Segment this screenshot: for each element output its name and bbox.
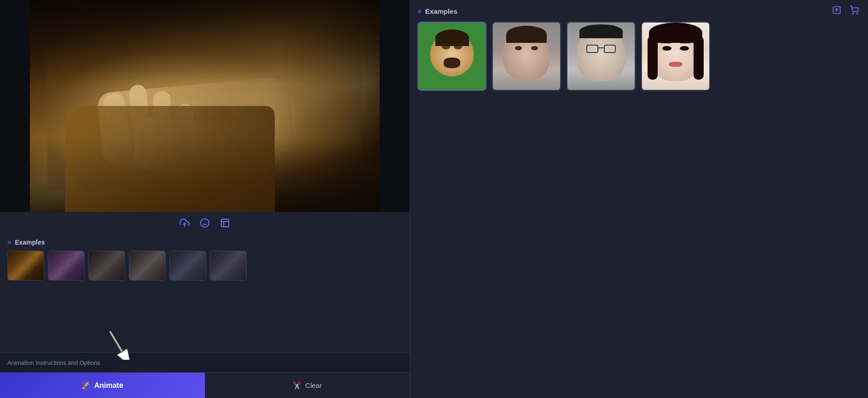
- list-icon: ≡: [7, 239, 11, 246]
- left-examples-header: ≡ Examples: [7, 239, 402, 246]
- right-example-thumb-3[interactable]: [641, 22, 710, 91]
- painting-image-area: [0, 0, 410, 212]
- right-example-thumb-1[interactable]: [492, 22, 561, 91]
- left-example-thumb-3[interactable]: [129, 251, 166, 281]
- svg-point-12: [853, 13, 854, 14]
- left-examples-section: ≡ Examples: [0, 234, 410, 285]
- left-example-thumb-5[interactable]: [210, 251, 247, 281]
- left-examples-grid: [7, 251, 402, 281]
- svg-point-1: [201, 219, 209, 227]
- right-upload-icon[interactable]: [830, 4, 843, 17]
- left-example-thumb-4[interactable]: [169, 251, 206, 281]
- right-header-icons: [830, 4, 861, 17]
- animate-rocket-icon: 🚀: [81, 381, 91, 390]
- animate-button[interactable]: 🚀 Animate: [0, 373, 205, 398]
- right-cart-icon[interactable]: [848, 4, 861, 17]
- face-detect-icon[interactable]: [198, 217, 211, 229]
- bottom-bar: 🚀 Animate ✂️ Clear: [0, 372, 410, 398]
- right-example-thumb-2[interactable]: [567, 22, 636, 91]
- svg-point-13: [857, 13, 858, 14]
- clear-button-label: Clear: [305, 381, 322, 389]
- right-examples-header: ≡ Examples: [417, 7, 861, 15]
- upload-icon[interactable]: [178, 217, 191, 229]
- left-examples-label: Examples: [15, 239, 45, 246]
- animation-section: Animation Instructions and Options: [0, 352, 410, 372]
- left-example-thumb-0[interactable]: [7, 251, 44, 281]
- right-panel: ≡ Examples: [410, 0, 868, 398]
- right-examples-grid: [417, 22, 861, 91]
- right-list-icon: ≡: [417, 7, 422, 15]
- image-toolbar: [0, 212, 410, 234]
- frame-icon[interactable]: [219, 217, 231, 229]
- right-example-thumb-0[interactable]: [417, 22, 486, 91]
- left-example-thumb-2[interactable]: [88, 251, 125, 281]
- right-examples-label: Examples: [425, 7, 457, 15]
- animation-instructions-label: Animation Instructions and Options: [7, 359, 100, 366]
- left-example-thumb-1[interactable]: [48, 251, 85, 281]
- animate-button-label: Animate: [94, 381, 123, 390]
- clear-scissors-icon: ✂️: [293, 381, 301, 390]
- svg-rect-4: [221, 219, 229, 227]
- clear-button[interactable]: ✂️ Clear: [205, 373, 410, 398]
